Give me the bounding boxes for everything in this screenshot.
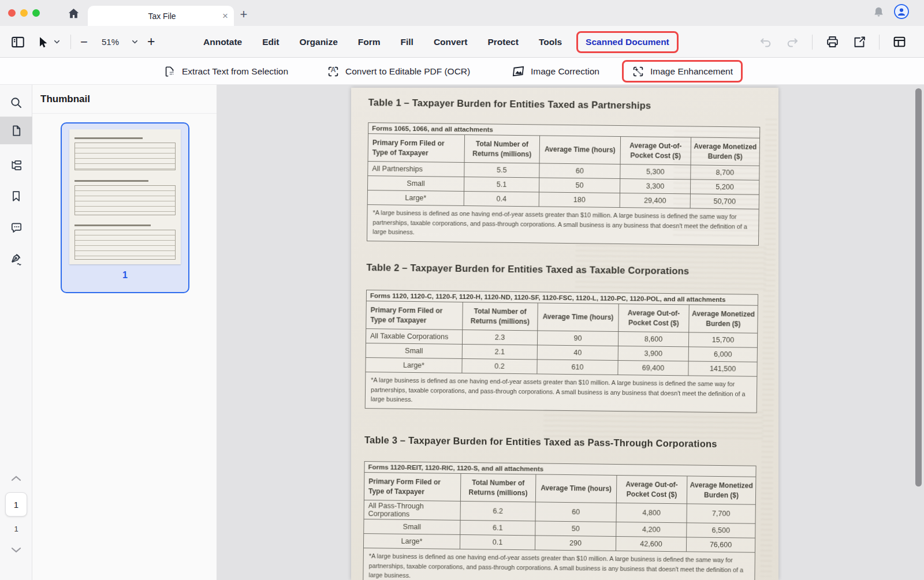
print-icon[interactable] — [825, 35, 840, 49]
next-page-button[interactable] — [8, 544, 24, 556]
column-header: Average Time (hours) — [535, 474, 617, 503]
menu-convert[interactable]: Convert — [434, 37, 468, 47]
column-header: Average Out-of-Pocket Cost ($) — [619, 304, 690, 332]
extract-text-button[interactable]: Extract Text from Selection — [163, 58, 288, 85]
workspace: 1 1 Thumbnail 1 Table 1 – Taxpayer B — [0, 85, 924, 580]
divider — [70, 35, 71, 49]
page-thumbnail-selected[interactable]: 1 — [61, 122, 189, 293]
outline-panel-button[interactable] — [0, 153, 32, 177]
window-controls — [8, 9, 40, 17]
scan-bleed-through — [575, 241, 766, 293]
previous-page-button[interactable] — [8, 473, 24, 484]
extract-text-icon — [163, 65, 176, 78]
cursor-arrow-icon — [36, 35, 50, 49]
zoom-level[interactable]: 51% — [102, 26, 119, 58]
tab-title: Tax File — [88, 12, 217, 21]
close-tab-icon[interactable]: × — [217, 10, 234, 22]
tab-tax-file[interactable]: Tax File × — [88, 6, 234, 26]
fullscreen-window-button[interactable] — [32, 9, 40, 17]
menu-form[interactable]: Form — [358, 37, 381, 47]
image-enhancement-icon — [632, 65, 644, 78]
table-2: Forms 1120, 1120-C, 1120-F, 1120-H, 1120… — [365, 290, 758, 413]
toggle-sidebar-button[interactable] — [10, 26, 25, 58]
chevron-down-icon — [53, 38, 61, 46]
comment-bubble-icon — [10, 221, 23, 234]
new-tab-button[interactable]: + — [234, 5, 253, 24]
ocr-button[interactable]: A Convert to Editable PDF (OCR) — [327, 58, 470, 85]
redo-icon[interactable] — [785, 35, 799, 49]
left-icon-sidebar: 1 1 — [0, 85, 32, 580]
signature-panel-button[interactable] — [0, 247, 32, 271]
scan-bleed-through — [760, 115, 777, 577]
comments-panel-button[interactable] — [0, 215, 32, 240]
thumbnail-page-preview — [69, 129, 181, 264]
extract-text-label: Extract Text from Selection — [182, 66, 288, 77]
undo-icon[interactable] — [759, 35, 773, 49]
sidebar-panel-icon — [10, 35, 25, 50]
image-correction-icon — [512, 65, 525, 78]
page-layout-icon[interactable] — [892, 35, 907, 49]
column-header: Primary Form Filed or Type of Taxpayer — [368, 134, 465, 163]
main-toolbar: − 51% + Annotate Edit Organize Form Fill… — [0, 26, 924, 58]
menu-organize[interactable]: Organize — [299, 37, 337, 47]
scan-bleed-through — [673, 126, 761, 237]
table-3: Forms 1120-REIT, 1120-RIC, 1120-S, and a… — [363, 461, 756, 580]
thumbnail-page-number: 1 — [62, 270, 188, 280]
select-tool-button[interactable] — [36, 26, 61, 58]
menu-protect[interactable]: Protect — [488, 37, 519, 47]
ocr-icon: A — [327, 65, 340, 78]
image-correction-button[interactable]: Image Correction — [512, 58, 599, 85]
column-header: Primary Form Filed or Type of Taxpayer — [366, 301, 463, 330]
thumbnail-preview-title — [74, 224, 151, 226]
notifications-bell-icon[interactable] — [873, 6, 885, 18]
current-page-input[interactable]: 1 — [5, 492, 27, 517]
share-export-icon[interactable] — [852, 35, 866, 49]
menu-bar: Annotate Edit Organize Form Fill Convert… — [203, 26, 679, 58]
bookmark-icon — [10, 190, 23, 203]
menu-edit[interactable]: Edit — [262, 37, 279, 47]
bookmarks-panel-button[interactable] — [0, 184, 32, 208]
table-1-title: Table 1 – Taxpayer Burden for Entities T… — [368, 97, 651, 111]
thumbnail-panel: Thumbnail 1 — [32, 85, 217, 580]
zoom-out-button[interactable]: − — [80, 26, 88, 58]
search-button[interactable] — [0, 91, 32, 115]
zoom-in-button[interactable]: + — [147, 26, 155, 58]
user-avatar[interactable] — [894, 4, 909, 19]
menu-annotate[interactable]: Annotate — [203, 37, 242, 47]
close-window-button[interactable] — [8, 9, 16, 17]
column-header: Average Time (hours) — [539, 136, 621, 164]
scanned-page: Table 1 – Taxpayer Burden for Entities T… — [351, 88, 778, 580]
titlebar: Tax File × + — [0, 0, 924, 26]
thumbnail-panel-title: Thumbnail — [32, 85, 217, 114]
page-thumbnail-icon — [10, 124, 23, 137]
menu-tools[interactable]: Tools — [539, 37, 562, 47]
thumbnail-preview-table — [74, 230, 176, 260]
column-header: Primary Form Filed or Type of Taxpayer — [364, 473, 461, 502]
thumbnail-panel-button-active[interactable] — [0, 117, 32, 144]
column-header: Average Monetized Burden ($) — [689, 305, 758, 333]
home-icon — [67, 7, 80, 20]
vertical-scrollbar[interactable] — [915, 88, 922, 487]
thumbnail-preview-table — [74, 143, 176, 170]
menu-scanned-document-active[interactable]: Scanned Document — [576, 31, 679, 53]
image-enhancement-label: Image Enhancement — [650, 66, 733, 77]
thumbnail-preview-table — [74, 185, 176, 215]
zoom-chevron-down-icon[interactable] — [131, 26, 139, 58]
menu-fill[interactable]: Fill — [401, 37, 413, 47]
minimize-window-button[interactable] — [20, 9, 28, 17]
home-button[interactable] — [64, 5, 83, 22]
image-enhancement-button-highlighted[interactable]: Image Enhancement — [622, 60, 743, 83]
ocr-label: Convert to Editable PDF (OCR) — [345, 66, 470, 77]
total-pages-label: 1 — [0, 525, 32, 533]
scanned-document-toolbar: Extract Text from Selection A Convert to… — [0, 58, 924, 85]
divider — [812, 35, 813, 50]
table-3-footnote: *A large business is defined as one havi… — [363, 548, 755, 580]
column-header: Total Number of Returns (millions) — [464, 134, 540, 163]
column-header: Total Number of Returns (millions) — [460, 473, 536, 502]
search-icon — [9, 96, 23, 110]
column-header: Average Out-of-Pocket Cost ($) — [616, 476, 687, 504]
thumbnail-preview-title — [74, 137, 143, 139]
divider — [879, 35, 880, 50]
document-viewer[interactable]: Table 1 – Taxpayer Burden for Entities T… — [218, 85, 924, 580]
signature-pen-icon — [9, 252, 23, 266]
